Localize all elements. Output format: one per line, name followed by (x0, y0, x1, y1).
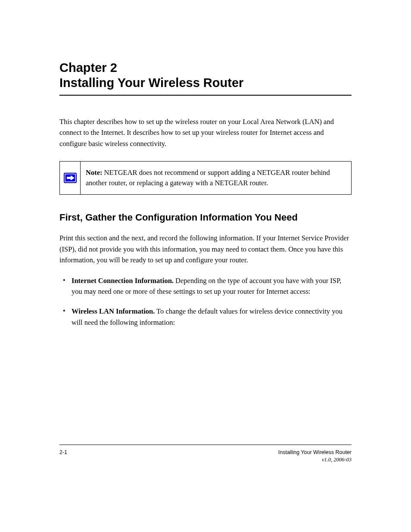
note-label: Note: (86, 168, 102, 177)
list-item: Wireless LAN Information. To change the … (59, 306, 352, 328)
note-text: Note: NETGEAR does not recommend or supp… (81, 162, 351, 194)
footer-page-number: 2-1 (59, 449, 67, 455)
section-heading: First, Gather the Configuration Informat… (59, 212, 352, 223)
page-footer: 2-1 Installing Your Wireless Router v1.0… (59, 445, 352, 463)
chapter-name: Installing Your Wireless Router (59, 76, 243, 90)
svg-rect-3 (67, 177, 71, 179)
bullet-title: Wireless LAN Information. (72, 307, 155, 315)
note-box: Note: NETGEAR does not recommend or supp… (59, 161, 352, 195)
note-icon-cell (60, 162, 81, 194)
intro-paragraph: This chapter describes how to set up the… (59, 116, 352, 149)
arrow-right-icon (64, 173, 77, 183)
divider-top (59, 95, 352, 96)
footer-version: v1.0, 2006-03 (278, 457, 352, 463)
note-body: NETGEAR does not recommend or support ad… (86, 168, 330, 187)
list-item: Internet Connection Information. Dependi… (59, 275, 352, 297)
divider-bottom (59, 445, 352, 445)
bullet-list: Internet Connection Information. Dependi… (59, 275, 352, 328)
section-paragraph: Print this section and the next, and rec… (59, 233, 352, 266)
chapter-title: Chapter 2 Installing Your Wireless Route… (59, 60, 352, 90)
footer-section-title: Installing Your Wireless Router (278, 449, 352, 455)
chapter-number: Chapter 2 (59, 61, 117, 75)
bullet-title: Internet Connection Information. (72, 277, 174, 285)
